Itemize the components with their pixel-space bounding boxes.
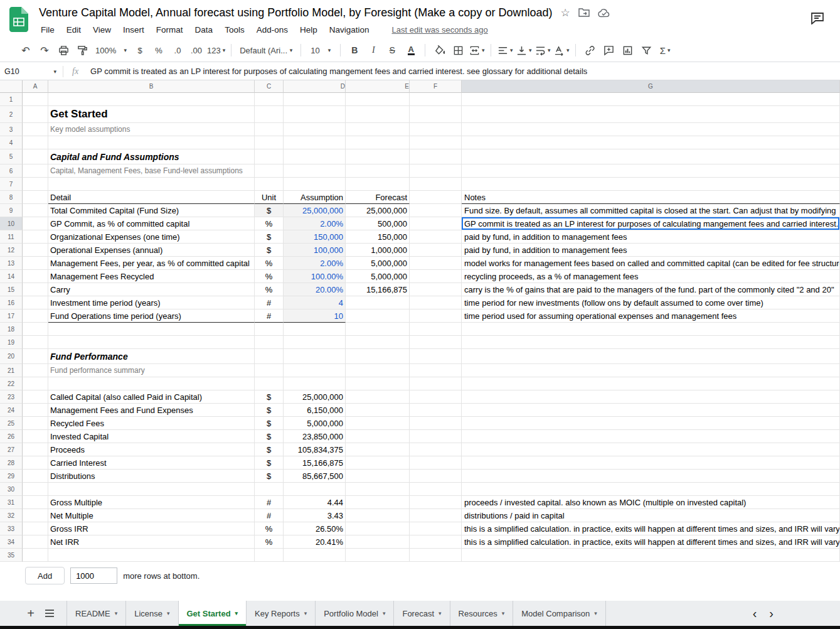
cell-D10[interactable]: 2.00% xyxy=(284,217,346,230)
cell-F15[interactable] xyxy=(410,283,462,296)
row-header-25[interactable]: 25 xyxy=(0,417,23,430)
cell-C28[interactable]: $ xyxy=(255,456,284,470)
tab-license[interactable]: License▾ xyxy=(125,601,178,626)
cell-A25[interactable] xyxy=(23,417,48,430)
decrease-decimals-button[interactable]: .0 xyxy=(169,42,186,58)
undo-button[interactable]: ↶ xyxy=(18,42,34,58)
tab-key-reports[interactable]: Key Reports▾ xyxy=(246,601,315,626)
row-header-32[interactable]: 32 xyxy=(0,509,23,522)
insert-comment-button[interactable] xyxy=(600,42,617,58)
cell-A15[interactable] xyxy=(23,283,48,296)
row-header-6[interactable]: 6 xyxy=(0,164,23,178)
row-header-12[interactable]: 12 xyxy=(0,244,23,257)
cell-A28[interactable] xyxy=(23,456,48,470)
cell-D22[interactable] xyxy=(284,377,346,390)
menu-add-ons[interactable]: Add-ons xyxy=(255,24,290,36)
horizontal-align-button[interactable]: ▾ xyxy=(497,42,513,58)
last-edit-link[interactable]: Last edit was seconds ago xyxy=(392,25,488,35)
row-header-15[interactable]: 15 xyxy=(0,283,23,296)
cell-F26[interactable] xyxy=(410,430,462,443)
cell-B26[interactable]: Invested Capital xyxy=(48,430,255,443)
cell-G6[interactable] xyxy=(462,164,840,178)
cell-B32[interactable]: Net Multiple xyxy=(48,509,255,522)
cell-C33[interactable]: % xyxy=(255,522,284,535)
name-box[interactable]: G10 ▾ xyxy=(0,63,63,80)
cell-C30[interactable] xyxy=(255,483,284,496)
column-header-G[interactable]: G xyxy=(462,80,840,93)
functions-button[interactable]: Σ▾ xyxy=(657,42,673,58)
cell-C4[interactable] xyxy=(255,136,284,149)
cell-E31[interactable] xyxy=(346,496,410,509)
cell-F29[interactable] xyxy=(410,470,462,483)
cell-G5[interactable] xyxy=(462,149,840,164)
cell-C20[interactable] xyxy=(255,349,284,364)
cell-G2[interactable] xyxy=(462,106,840,123)
cell-D17[interactable]: 10 xyxy=(284,309,346,323)
cell-B7[interactable] xyxy=(48,178,255,191)
redo-button[interactable]: ↷ xyxy=(36,42,53,58)
cell-C25[interactable]: $ xyxy=(255,417,284,430)
cell-B24[interactable]: Management Fees and Fund Expenses xyxy=(48,404,255,417)
cell-D24[interactable]: 6,150,000 xyxy=(284,404,346,417)
cell-B25[interactable]: Recycled Fees xyxy=(48,417,255,430)
cell-F3[interactable] xyxy=(410,123,462,136)
cell-E22[interactable] xyxy=(346,377,410,390)
vertical-align-button[interactable]: ▾ xyxy=(516,42,532,58)
cell-E17[interactable] xyxy=(346,309,410,323)
cell-A1[interactable] xyxy=(23,93,48,106)
cell-G30[interactable] xyxy=(462,483,840,496)
cell-C31[interactable]: # xyxy=(255,496,284,509)
cell-C22[interactable] xyxy=(255,377,284,390)
cell-G11[interactable]: paid by fund, in addition to management … xyxy=(462,230,840,244)
cell-A21[interactable] xyxy=(23,364,48,377)
merge-cells-button[interactable]: ▾ xyxy=(469,42,485,58)
cell-F30[interactable] xyxy=(410,483,462,496)
row-header-27[interactable]: 27 xyxy=(0,443,23,456)
cell-C8[interactable]: Unit xyxy=(255,191,284,204)
cell-C19[interactable] xyxy=(255,336,284,349)
cell-E8[interactable]: Forecast xyxy=(346,191,410,204)
column-header-C[interactable]: C xyxy=(255,80,284,93)
tab-menu-caret-icon[interactable]: ▾ xyxy=(167,610,170,616)
cell-A27[interactable] xyxy=(23,443,48,456)
tab-menu-caret-icon[interactable]: ▾ xyxy=(383,610,386,616)
row-header-35[interactable]: 35 xyxy=(0,549,23,562)
row-header-24[interactable]: 24 xyxy=(0,404,23,417)
cell-F1[interactable] xyxy=(410,93,462,106)
cell-B23[interactable]: Called Capital (also called Paid in Capi… xyxy=(48,390,255,404)
move-folder-icon[interactable] xyxy=(578,8,590,18)
cell-D29[interactable]: 85,667,500 xyxy=(284,470,346,483)
fill-color-button[interactable] xyxy=(431,42,447,58)
cell-A33[interactable] xyxy=(23,522,48,535)
cell-D35[interactable] xyxy=(284,549,346,562)
cell-B35[interactable] xyxy=(48,549,255,562)
cell-B1[interactable] xyxy=(48,93,255,106)
cell-D26[interactable]: 23,850,000 xyxy=(284,430,346,443)
cell-C24[interactable]: $ xyxy=(255,404,284,417)
print-button[interactable] xyxy=(55,42,72,58)
cell-B28[interactable]: Carried Interest xyxy=(48,456,255,470)
cell-B29[interactable]: Distributions xyxy=(48,470,255,483)
cell-D19[interactable] xyxy=(284,336,346,349)
cell-E10[interactable]: 500,000 xyxy=(346,217,410,230)
cell-G20[interactable] xyxy=(462,349,840,364)
cell-G31[interactable]: proceeds / invested capital. also known … xyxy=(462,496,840,509)
cell-C1[interactable] xyxy=(255,93,284,106)
row-header-13[interactable]: 13 xyxy=(0,257,23,270)
cell-G23[interactable] xyxy=(462,390,840,404)
text-rotation-button[interactable]: ▾ xyxy=(553,42,570,58)
row-header-34[interactable]: 34 xyxy=(0,535,23,549)
cell-F11[interactable] xyxy=(410,230,462,244)
cell-D9[interactable]: 25,000,000 xyxy=(284,204,346,217)
cell-B10[interactable]: GP Commit, as % of committed capital xyxy=(48,217,255,230)
cell-C35[interactable] xyxy=(255,549,284,562)
cell-D18[interactable] xyxy=(284,323,346,336)
row-header-8[interactable]: 8 xyxy=(0,191,23,204)
cell-B12[interactable]: Operational Expenses (annual) xyxy=(48,244,255,257)
tab-resources[interactable]: Resources▾ xyxy=(450,601,513,626)
cell-F27[interactable] xyxy=(410,443,462,456)
cell-D8[interactable]: Assumption xyxy=(284,191,346,204)
cell-E23[interactable] xyxy=(346,390,410,404)
cell-F17[interactable] xyxy=(410,309,462,323)
star-icon[interactable]: ☆ xyxy=(560,6,570,19)
